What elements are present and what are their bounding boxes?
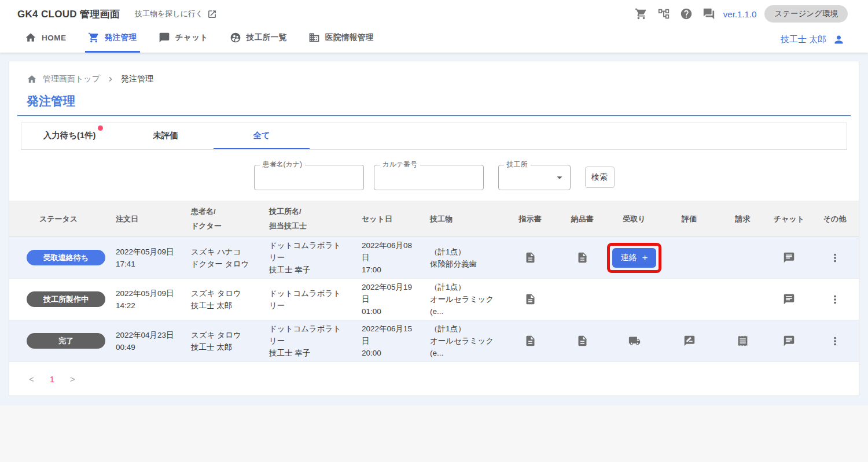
app-header: GK4 CLOUD 管理画面 技工物を探しに行く ver.1.1.0 ステージン… [0,0,868,53]
review-button[interactable] [683,335,696,347]
dropdown-caret-icon[interactable] [553,171,566,184]
doc-icon [524,293,536,305]
chat-button[interactable] [783,252,795,264]
home-icon [27,74,37,84]
table-row: 完了 2022年04月23日00:49 スズキ タロウ技工士 太郎 ドットコムラ… [9,320,859,362]
tab-label: 入力待ち(1件) [43,130,96,141]
column-header: 患者名/ドクター [183,204,261,233]
pagination-page-1[interactable]: 1 [50,374,54,384]
item-cell: （計1点）保険部分義歯 [422,243,504,272]
pagination-prev-button[interactable]: < [29,374,34,384]
breadcrumb-current: 発注管理 [121,74,153,84]
chat-button[interactable] [783,335,795,347]
column-header: 評価 [660,212,718,226]
nav-item-label: チャット [175,32,208,43]
lab-cell: ドットコムラボラトリー技工士 幸子 [261,237,354,278]
pagination: < 1 > [29,374,859,384]
chat-lines-icon [783,252,795,264]
home-icon [25,32,36,43]
patient-cell: スズキ タロウ技工士 太郎 [183,285,261,314]
nav-item-chat[interactable]: チャット [156,32,211,53]
column-header: 注文日 [108,212,183,226]
column-header: ステータス [9,212,108,226]
cart-icon [88,32,100,43]
column-header: 指示書 [504,212,556,226]
item-cell: （計1点）オールセラミック(e... [422,320,504,361]
lab-cell: ドットコムラボラトリー [261,285,354,314]
chart-number-field: カルテ番号 [374,165,484,190]
column-header: 技工物 [422,212,504,226]
more-vert-icon [829,252,841,264]
header-cart-icon-button[interactable] [635,8,648,20]
patient-cell: スズキ タロウ技工士 太郎 [183,327,261,356]
help-icon [680,8,693,20]
status-badge: 完了 [27,333,105,349]
delivery-doc-button[interactable] [576,252,589,264]
header-forum-icon-button[interactable] [703,8,715,20]
shipping-icon-button[interactable] [628,335,641,347]
breadcrumb: 管理画面トップ 発注管理 [9,61,859,84]
status-badge: 技工所製作中 [27,291,105,307]
tab-waiting-input[interactable]: 入力待ち(1件) [21,123,117,149]
set-date-cell: 2022年06月15日20:00 [354,320,422,361]
header-action-icons [635,8,715,20]
truck-icon [628,335,641,347]
invoice-button[interactable] [737,335,749,347]
more-menu-button[interactable] [829,293,841,306]
forum-icon [703,8,715,20]
building-icon [308,32,320,43]
chat-button[interactable] [783,293,795,305]
user-name: 技工士 太郎 [781,34,826,45]
order-date-cell: 2022年05月09日14:22 [108,285,183,314]
column-header: 受取り [608,212,660,226]
instruction-doc-button[interactable] [524,293,536,305]
nav-item-label: HOME [42,34,67,42]
more-vert-icon [829,335,841,348]
chart-number-input[interactable] [374,165,483,190]
column-header: その他 [811,212,859,226]
rate-review-icon [683,335,696,347]
doc-icon [524,335,536,347]
nav-item-clinics[interactable]: 医院情報管理 [306,32,377,53]
table-header-row: ステータス 注文日 患者名/ドクター 技工所名/担当技工士 セット日 技工物 指… [9,201,859,237]
find-items-link[interactable]: 技工物を探しに行く [135,9,217,19]
main-nav: HOME 発注管理 チャット 技工所一覧 医院情報管理 [22,32,392,53]
search-button[interactable]: 検索 [585,167,615,188]
column-header: 技工所名/担当技工士 [261,204,354,233]
breadcrumb-root[interactable]: 管理画面トップ [43,74,100,84]
patient-name-input[interactable] [255,165,363,190]
header-account-tree-icon-button[interactable] [657,8,670,20]
instruction-doc-button[interactable] [524,335,536,347]
header-nav-row: HOME 発注管理 チャット 技工所一覧 医院情報管理 技工士 太郎 [0,24,868,53]
groups-icon [230,32,241,43]
column-header: 請求 [718,212,767,226]
receipt-icon [737,335,749,347]
user-menu[interactable]: 技工士 太郎 [781,34,845,53]
contact-button[interactable]: 連絡 + [612,248,656,268]
lab-field: 技工所 [498,165,571,190]
doc-icon [576,252,589,264]
tab-unrated[interactable]: 未評価 [117,123,214,149]
more-menu-button[interactable] [829,335,841,348]
column-header: セット日 [354,212,422,226]
nav-item-label: 発注管理 [105,32,137,43]
contact-button-label: 連絡 [621,253,637,263]
more-menu-button[interactable] [829,252,841,264]
table-row: 技工所製作中 2022年05月09日14:22 スズキ タロウ技工士 太郎 ドッ… [9,279,859,320]
delivery-doc-button[interactable] [576,335,589,347]
nav-item-home[interactable]: HOME [22,32,69,53]
set-date-cell: 2022年06月08日17:00 [354,237,422,278]
caret-down-icon [553,171,566,184]
nav-item-label: 医院情報管理 [325,32,374,43]
instruction-doc-button[interactable] [524,252,536,264]
page-title: 発注管理 [17,93,851,116]
version-label: ver.1.1.0 [723,9,757,19]
pagination-next-button[interactable]: > [70,374,75,384]
nav-item-labs[interactable]: 技工所一覧 [227,32,290,53]
footer-area [0,405,868,462]
header-help-icon-button[interactable] [680,8,693,20]
order-date-cell: 2022年04月23日00:49 [108,327,183,356]
chat-lines-icon [783,335,795,347]
nav-item-orders[interactable]: 発注管理 [85,32,140,53]
tab-all[interactable]: 全て [214,123,310,149]
